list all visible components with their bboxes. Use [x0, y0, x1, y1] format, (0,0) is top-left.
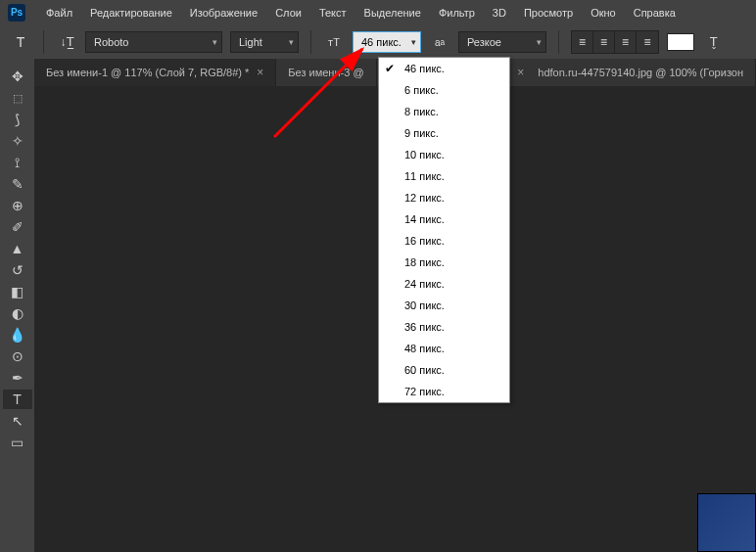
dodge-tool[interactable]: ⊙: [3, 346, 32, 366]
document-tab[interactable]: Без имени-1 @ 117% (Слой 7, RGB/8#) * ×: [34, 59, 276, 86]
gradient-tool[interactable]: ◐: [3, 303, 32, 323]
chevron-down-icon: ▾: [411, 37, 416, 47]
crop-tool[interactable]: ⟟: [3, 153, 32, 172]
align-center-button[interactable]: ≡: [593, 31, 615, 53]
font-family-dropdown[interactable]: Roboto ▾: [85, 31, 222, 53]
chevron-down-icon: ▾: [537, 37, 542, 47]
warp-text-button[interactable]: T̬: [702, 31, 724, 53]
eraser-tool[interactable]: ◧: [3, 282, 32, 301]
separator: [43, 30, 44, 54]
align-justify-button[interactable]: ≡: [637, 31, 658, 53]
checkmark-icon: ✔: [385, 62, 395, 75]
font-family-value: Roboto: [94, 36, 128, 48]
svg-line-0: [274, 49, 362, 137]
brush-tool[interactable]: ✐: [3, 217, 32, 237]
size-option[interactable]: 14 пикс.: [379, 208, 509, 230]
history-brush-tool[interactable]: ↺: [3, 260, 32, 280]
tab-label: hdfon.ru-447579140.jpg @ 100% (Горизон: [538, 67, 743, 78]
navigator-thumbnail[interactable]: [697, 493, 756, 552]
menu-window[interactable]: Окно: [582, 3, 625, 23]
menu-select[interactable]: Выделение: [355, 3, 430, 23]
heal-tool[interactable]: ⊕: [3, 196, 32, 215]
menu-filter[interactable]: Фильтр: [430, 3, 484, 23]
font-size-menu: ✔46 пикс. 6 пикс. 8 пикс. 9 пикс. 10 пик…: [378, 57, 510, 403]
align-left-button[interactable]: ≡: [572, 31, 593, 53]
size-option[interactable]: 10 пикс.: [379, 144, 509, 165]
align-right-button[interactable]: ≡: [615, 31, 637, 53]
size-option[interactable]: 9 пикс.: [379, 122, 509, 144]
separator: [558, 30, 559, 54]
size-option[interactable]: 48 пикс.: [379, 338, 509, 359]
move-tool[interactable]: ✥: [3, 67, 32, 86]
annotation-arrow: [264, 39, 382, 147]
left-toolbar: ✥ ⬚ ⟆ ✧ ⟟ ✎ ⊕ ✐ ▲ ↺ ◧ ◐ 💧 ⊙ ✒ T ↖ ▭: [0, 59, 34, 552]
text-color-swatch[interactable]: [667, 33, 694, 51]
close-icon[interactable]: ×: [517, 66, 524, 79]
marquee-tool[interactable]: ⬚: [3, 88, 32, 108]
blur-tool[interactable]: 💧: [3, 325, 32, 345]
antialias-dropdown[interactable]: Резкое ▾: [458, 31, 546, 53]
type-tool-icon: T: [10, 31, 31, 53]
size-option[interactable]: 60 пикс.: [379, 359, 509, 381]
chevron-down-icon: ▾: [213, 37, 217, 47]
font-weight-value: Light: [239, 36, 262, 48]
size-option[interactable]: 16 пикс.: [379, 230, 509, 252]
document-tab[interactable]: × hdfon.ru-447579140.jpg @ 100% (Горизон: [504, 59, 756, 86]
antialias-value: Резкое: [467, 36, 501, 48]
eyedropper-tool[interactable]: ✎: [3, 174, 32, 194]
app-logo: Ps: [8, 4, 25, 22]
size-option[interactable]: 18 пикс.: [379, 252, 509, 273]
menu-layers[interactable]: Слои: [266, 3, 310, 23]
size-option[interactable]: 8 пикс.: [379, 101, 509, 122]
text-align-group: ≡ ≡ ≡ ≡: [571, 30, 659, 54]
stamp-tool[interactable]: ▲: [3, 239, 32, 258]
orientation-toggle[interactable]: ↓T̲: [56, 31, 77, 53]
tab-label: Без имени-1 @ 117% (Слой 7, RGB/8#) *: [46, 67, 249, 78]
menu-file[interactable]: Файл: [37, 3, 81, 23]
size-option[interactable]: ✔46 пикс.: [379, 58, 509, 79]
size-option[interactable]: 30 пикс.: [379, 295, 509, 316]
lasso-tool[interactable]: ⟆: [3, 110, 32, 129]
size-option[interactable]: 24 пикс.: [379, 273, 509, 295]
shape-tool[interactable]: ▭: [3, 433, 32, 452]
menu-image[interactable]: Изображение: [181, 3, 266, 23]
antialias-icon: aa: [429, 31, 450, 53]
menu-edit[interactable]: Редактирование: [81, 3, 181, 23]
close-icon[interactable]: ×: [257, 66, 263, 79]
size-option[interactable]: 11 пикс.: [379, 165, 509, 187]
size-option[interactable]: 12 пикс.: [379, 187, 509, 208]
menu-help[interactable]: Справка: [625, 3, 685, 23]
main-menu-bar: Ps Файл Редактирование Изображение Слои …: [0, 0, 756, 24]
wand-tool[interactable]: ✧: [3, 131, 32, 151]
size-option[interactable]: 6 пикс.: [379, 79, 509, 101]
menu-view[interactable]: Просмотр: [515, 3, 582, 23]
size-option[interactable]: 72 пикс.: [379, 381, 509, 402]
path-tool[interactable]: ↖: [3, 411, 32, 431]
menu-3d[interactable]: 3D: [484, 3, 515, 23]
type-tool[interactable]: T: [3, 390, 32, 409]
pen-tool[interactable]: ✒: [3, 368, 32, 388]
menu-text[interactable]: Текст: [310, 3, 355, 23]
size-option[interactable]: 36 пикс.: [379, 316, 509, 338]
